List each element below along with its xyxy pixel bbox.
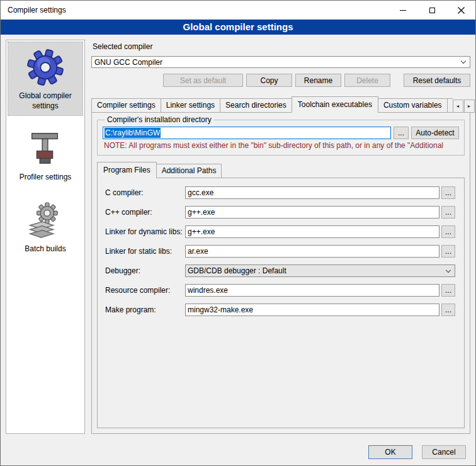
minimize-button[interactable] — [388, 1, 417, 20]
cpp-compiler-input[interactable]: g++.exe — [185, 206, 439, 219]
sidebar-item-label: Global compiler settings — [9, 91, 81, 111]
title-bar: Compiler settings — [1, 1, 475, 20]
sidebar-item-global-compiler-settings[interactable]: Global compiler settings — [8, 42, 82, 115]
field-row-resource-compiler: Resource compiler: windres.exe ... — [105, 284, 455, 297]
sidebar-item-label: Batch builds — [25, 244, 65, 254]
dialog-content: Global compiler settings Profiler settin… — [1, 35, 475, 439]
installation-directory-group: Compiler's installation directory C:\ray… — [97, 115, 465, 156]
resource-compiler-label: Resource compiler: — [105, 286, 185, 295]
sidebar-item-profiler-settings[interactable]: Profiler settings — [8, 123, 82, 187]
debugger-label: Debugger: — [105, 266, 185, 275]
minimize-icon — [400, 10, 406, 11]
selected-compiler-value: GNU GCC Compiler — [94, 58, 162, 67]
selected-compiler-dropdown[interactable]: GNU GCC Compiler — [91, 56, 470, 68]
tab-scroll-right-button[interactable]: ► — [464, 99, 475, 113]
installation-directory-row: C:\raylib\MinGW ... Auto-detect — [103, 127, 459, 139]
program-files-panel: C compiler: gcc.exe ... C++ compiler: g+… — [97, 178, 465, 428]
tab-program-files[interactable]: Program Files — [97, 162, 157, 178]
gear-blue-icon — [26, 48, 65, 87]
program-files-tab-strip: Program Files Additional Paths — [97, 162, 465, 178]
debugger-value: GDB/CDB debugger : Default — [188, 266, 286, 275]
ok-button[interactable]: OK — [368, 445, 412, 459]
linker-dynamic-value: g++.exe — [188, 227, 215, 236]
linker-dynamic-input[interactable]: g++.exe — [185, 225, 439, 238]
installation-directory-title: Compiler's installation directory — [105, 115, 214, 124]
bin-subdirectory-note: NOTE: All programs must exist either in … — [104, 141, 459, 150]
linker-dynamic-browse-button[interactable]: ... — [441, 225, 455, 238]
linker-dynamic-label: Linker for dynamic libs: — [105, 227, 185, 236]
dialog-header: Global compiler settings — [1, 20, 475, 35]
maximize-button[interactable] — [417, 1, 446, 20]
set-as-default-button[interactable]: Set as default — [163, 74, 243, 87]
c-compiler-input[interactable]: gcc.exe — [185, 186, 439, 199]
make-program-browse-button[interactable]: ... — [441, 304, 455, 316]
compiler-actions: Set as default Copy Rename Delete Reset … — [91, 74, 470, 87]
field-row-debugger: Debugger: GDB/CDB debugger : Default — [105, 264, 455, 277]
cpp-compiler-value: g++.exe — [188, 208, 215, 217]
settings-tab-strip: Compiler settings Linker settings Search… — [91, 96, 470, 113]
tab-custom-variables[interactable]: Custom variables — [378, 98, 448, 113]
copy-button[interactable]: Copy — [246, 74, 292, 87]
install-dir-browse-button[interactable]: ... — [394, 127, 409, 139]
tab-toolchain-executables[interactable]: Toolchain executables — [292, 96, 378, 113]
resource-compiler-input[interactable]: windres.exe — [185, 284, 439, 297]
linker-static-browse-button[interactable]: ... — [441, 245, 455, 258]
arrow-left-icon: ◄ — [456, 104, 460, 108]
tab-compiler-settings[interactable]: Compiler settings — [91, 98, 161, 113]
cancel-button[interactable]: Cancel — [422, 445, 466, 459]
chevron-down-icon — [446, 267, 451, 272]
gear-gray-stack-icon — [26, 201, 65, 240]
arrow-right-icon: ► — [467, 104, 472, 108]
profiler-tool-icon — [26, 129, 65, 168]
close-icon — [458, 7, 465, 14]
linker-static-value: ar.exe — [188, 247, 208, 256]
compiler-settings-window: Compiler settings Global compiler settin… — [0, 0, 476, 466]
auto-detect-button[interactable]: Auto-detect — [411, 127, 459, 139]
tab-linker-settings[interactable]: Linker settings — [161, 98, 220, 113]
make-program-label: Make program: — [105, 305, 185, 314]
chevron-down-icon — [461, 59, 466, 64]
sidebar-item-batch-builds[interactable]: Batch builds — [8, 195, 82, 259]
install-dir-input[interactable]: C:\raylib\MinGW — [103, 127, 391, 139]
linker-static-input[interactable]: ar.exe — [185, 245, 439, 258]
window-title: Compiler settings — [1, 6, 66, 14]
delete-button[interactable]: Delete — [344, 74, 390, 87]
make-program-value: mingw32-make.exe — [188, 305, 253, 314]
tab-additional-paths[interactable]: Additional Paths — [156, 164, 222, 178]
c-compiler-label: C compiler: — [105, 188, 185, 197]
reset-defaults-button[interactable]: Reset defaults — [404, 74, 470, 87]
field-row-c-compiler: C compiler: gcc.exe ... — [105, 186, 455, 199]
close-button[interactable] — [446, 1, 475, 20]
dialog-footer: OK Cancel — [1, 439, 475, 465]
install-dir-selected-text: C:\raylib\MinGW — [105, 128, 161, 138]
resource-compiler-browse-button[interactable]: ... — [441, 284, 455, 297]
c-compiler-value: gcc.exe — [188, 188, 213, 197]
linker-static-label: Linker for static libs: — [105, 247, 185, 256]
tab-search-directories[interactable]: Search directories — [220, 98, 292, 113]
field-row-make-program: Make program: mingw32-make.exe ... — [105, 304, 455, 316]
selected-compiler-label: Selected compiler — [93, 42, 470, 51]
c-compiler-browse-button[interactable]: ... — [441, 186, 455, 199]
main-panel: Selected compiler GNU GCC Compiler Set a… — [91, 40, 470, 434]
cpp-compiler-label: C++ compiler: — [105, 208, 185, 217]
sidebar-item-label: Profiler settings — [20, 173, 72, 183]
field-row-linker-static: Linker for static libs: ar.exe ... — [105, 245, 455, 258]
toolchain-executables-panel: Compiler's installation directory C:\ray… — [91, 112, 470, 434]
make-program-input[interactable]: mingw32-make.exe — [185, 304, 439, 316]
debugger-dropdown[interactable]: GDB/CDB debugger : Default — [185, 264, 455, 277]
window-controls — [388, 1, 475, 20]
resource-compiler-value: windres.exe — [188, 286, 228, 295]
maximize-icon — [429, 8, 435, 13]
cpp-compiler-browse-button[interactable]: ... — [441, 206, 455, 219]
settings-category-sidebar: Global compiler settings Profiler settin… — [6, 40, 85, 434]
tab-scroll-left-button[interactable]: ◄ — [453, 99, 463, 113]
field-row-linker-dynamic: Linker for dynamic libs: g++.exe ... — [105, 225, 455, 238]
rename-button[interactable]: Rename — [295, 74, 341, 87]
field-row-cpp-compiler: C++ compiler: g++.exe ... — [105, 206, 455, 219]
tab-scroll-buttons: ◄ ► — [452, 99, 475, 113]
